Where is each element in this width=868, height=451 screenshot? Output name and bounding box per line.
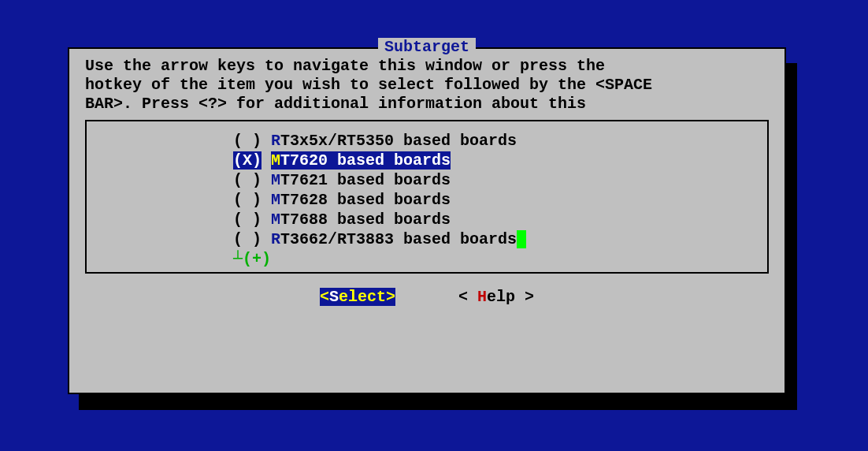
option-item[interactable]: ( ) RT3x5x/RT5350 based boards: [87, 131, 767, 151]
option-hotkey: M: [271, 171, 280, 189]
select-button[interactable]: <Select>: [320, 288, 395, 306]
options-box: ( ) RT3x5x/RT5350 based boards (X) MT762…: [85, 120, 769, 274]
option-label: T3x5x/RT5350 based boards: [280, 132, 517, 150]
option-hotkey: M: [271, 211, 280, 229]
radio-icon: ( ): [233, 211, 262, 229]
radio-icon: ( ): [233, 132, 262, 150]
radio-icon: ( ): [233, 171, 262, 189]
option-hotkey: R: [271, 132, 280, 150]
more-indicator: ┴(+): [87, 249, 767, 269]
dialog: Subtarget Use the arrow keys to navigate…: [68, 47, 786, 394]
option-label: T3662/RT3883 based boards: [280, 230, 517, 248]
dialog-title: Subtarget: [378, 38, 476, 56]
option-label: T7688 based boards: [280, 211, 451, 229]
help-text: Use the arrow keys to navigate this wind…: [69, 49, 785, 120]
option-label: T7620 based boards: [280, 151, 451, 170]
radio-icon: ( ): [233, 191, 262, 209]
option-item[interactable]: (X) MT7620 based boards: [87, 151, 767, 170]
option-item[interactable]: ( ) MT7628 based boards: [87, 190, 767, 210]
option-label: T7628 based boards: [280, 191, 451, 209]
button-bar: <Select>< Help >: [69, 283, 785, 314]
option-hotkey: M: [271, 191, 280, 209]
option-item[interactable]: ( ) MT7688 based boards: [87, 210, 767, 229]
help-button[interactable]: < Help >: [458, 288, 534, 306]
radio-icon: ( ): [233, 230, 262, 248]
cursor-icon: [517, 230, 526, 248]
option-item[interactable]: ( ) RT3662/RT3883 based boards: [87, 229, 767, 249]
option-hotkey: R: [271, 230, 280, 248]
option-hotkey: M: [271, 151, 280, 170]
option-label: T7621 based boards: [280, 171, 451, 189]
radio-icon: (X): [233, 151, 262, 170]
option-item[interactable]: ( ) MT7621 based boards: [87, 170, 767, 190]
